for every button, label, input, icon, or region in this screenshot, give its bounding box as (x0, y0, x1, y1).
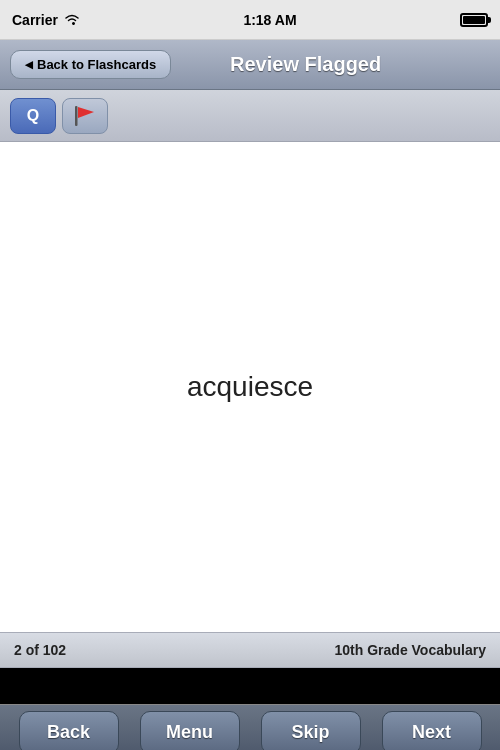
card-counter: 2 of 102 (14, 642, 66, 658)
bottom-info-bar: 2 of 102 10th Grade Vocabulary (0, 632, 500, 668)
nav-title: Review Flagged (171, 53, 440, 76)
toolbar: Q (0, 90, 500, 142)
status-bar: Carrier 1:18 AM (0, 0, 500, 40)
back-button[interactable]: Back (19, 711, 119, 750)
card-word: acquiesce (187, 371, 313, 403)
nav-bar: Back to Flashcards Review Flagged (0, 40, 500, 90)
question-tab-button[interactable]: Q (10, 98, 56, 134)
skip-button[interactable]: Skip (261, 711, 361, 750)
carrier-label: Carrier (12, 12, 58, 28)
battery-icon (460, 13, 488, 27)
flag-tab-button[interactable] (62, 98, 108, 134)
svg-marker-1 (78, 107, 94, 118)
menu-button[interactable]: Menu (140, 711, 240, 750)
deck-name: 10th Grade Vocabulary (335, 642, 486, 658)
black-gap (0, 668, 500, 704)
flashcard[interactable]: acquiesce (0, 142, 500, 632)
wifi-icon (64, 12, 80, 28)
svg-rect-0 (75, 106, 78, 126)
time-label: 1:18 AM (243, 12, 296, 28)
flag-icon (72, 105, 98, 127)
bottom-navigation-bar: Back Menu Skip Next (0, 704, 500, 750)
next-button[interactable]: Next (382, 711, 482, 750)
back-to-flashcards-button[interactable]: Back to Flashcards (10, 50, 171, 79)
